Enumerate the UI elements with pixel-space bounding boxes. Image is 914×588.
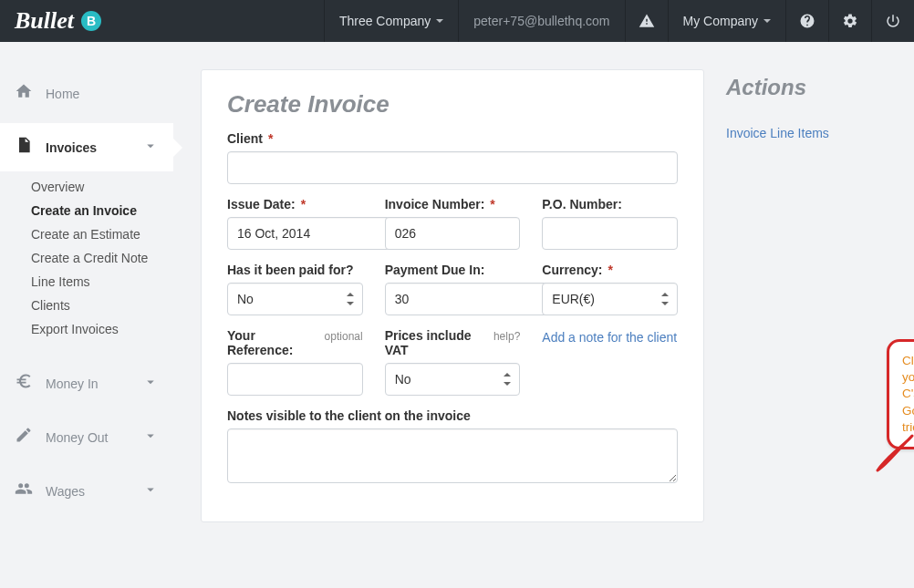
brand-badge: B [81, 11, 101, 31]
prices-include-vat-select[interactable]: No [385, 363, 521, 396]
required-marker: * [608, 263, 612, 277]
invoice-number-input[interactable] [385, 217, 521, 250]
chevron-down-icon [142, 374, 159, 393]
power-button[interactable] [871, 0, 914, 42]
help-button[interactable] [785, 0, 828, 42]
chevron-down-icon [142, 481, 159, 500]
sidebar-item-invoices[interactable]: Invoices [0, 123, 173, 171]
sidebar: Home Invoices Overview Create an Invoice… [0, 42, 173, 588]
invoice-number-label: Invoice Number: * [385, 197, 521, 211]
page-title: Create Invoice [227, 90, 678, 119]
caret-down-icon [763, 19, 771, 23]
document-icon [15, 136, 33, 159]
paid-select[interactable]: No [227, 283, 363, 315]
brand-logo-text: Bullet [15, 7, 74, 35]
your-reference-label: Your Reference: optional [227, 328, 363, 357]
subnav-clients[interactable]: Clients [0, 294, 173, 317]
gear-icon [842, 13, 858, 29]
my-company-menu[interactable]: My Company [668, 0, 785, 42]
spacer [116, 0, 324, 42]
po-number-label: P.O. Number: [542, 197, 678, 211]
actions-column: Actions Invoice Line Items [726, 69, 881, 140]
people-icon [15, 480, 33, 502]
company-switcher-label: Three Company [339, 14, 431, 28]
subnav-overview[interactable]: Overview [0, 175, 173, 199]
caret-down-icon [436, 19, 443, 23]
notes-label: Notes visible to the client on the invoi… [227, 408, 678, 423]
power-icon [885, 13, 901, 29]
currency-label: Currency: * [542, 263, 678, 277]
currency-select[interactable]: EUR(€) [542, 283, 678, 315]
payment-due-label: Payment Due In: [385, 263, 521, 277]
notes-textarea[interactable] [227, 428, 678, 483]
sidebar-invoices-label: Invoices [46, 140, 130, 155]
subnav-create-credit-note[interactable]: Create a Credit Note [0, 246, 173, 270]
annotation-tail-icon [876, 432, 914, 472]
subnav-export-invoices[interactable]: Export Invoices [0, 317, 173, 341]
sidebar-invoices-submenu: Overview Create an Invoice Create an Est… [0, 171, 173, 354]
content: Create Invoice Client * Issue Date: * [173, 42, 914, 588]
required-marker: * [268, 131, 273, 146]
annotation-callout: Click on "Add Note.." and you can Paste … [887, 339, 914, 449]
sidebar-home-label: Home [46, 87, 159, 101]
subnav-create-invoice[interactable]: Create an Invoice [0, 199, 173, 222]
payment-due-input[interactable] [385, 283, 565, 315]
user-email-text: peter+75@bullethq.com [473, 14, 609, 28]
company-switcher[interactable]: Three Company [324, 0, 458, 42]
actions-title: Actions [726, 75, 881, 100]
optional-hint: optional [325, 330, 363, 343]
client-input[interactable] [227, 151, 678, 184]
your-reference-input[interactable] [227, 363, 363, 396]
layout: Home Invoices Overview Create an Invoice… [0, 42, 914, 588]
home-icon [15, 82, 33, 105]
subnav-create-estimate[interactable]: Create an Estimate [0, 222, 173, 246]
sidebar-item-wages[interactable]: Wages [0, 467, 173, 515]
my-company-label: My Company [683, 14, 758, 28]
alerts-button[interactable] [625, 0, 668, 42]
user-email[interactable]: peter+75@bullethq.com [458, 0, 624, 42]
help-link[interactable]: help? [493, 330, 520, 343]
sidebar-item-home[interactable]: Home [0, 69, 173, 118]
alert-icon [639, 13, 655, 29]
top-bar: Bullet B Three Company peter+75@bullethq… [0, 0, 914, 42]
euro-icon [15, 372, 33, 395]
help-icon [799, 13, 815, 29]
issue-date-label: Issue Date: * [227, 197, 363, 211]
paid-label: Has it been paid for? [227, 263, 363, 277]
invoice-line-items-link[interactable]: Invoice Line Items [726, 126, 829, 140]
issue-date-input[interactable] [227, 217, 407, 250]
sidebar-money-in-label: Money In [46, 377, 130, 391]
required-marker: * [301, 197, 306, 211]
sidebar-wages-label: Wages [46, 484, 130, 499]
create-invoice-panel: Create Invoice Client * Issue Date: * [201, 69, 704, 522]
sidebar-item-money-in[interactable]: Money In [0, 359, 173, 407]
sidebar-money-out-label: Money Out [46, 430, 130, 445]
po-number-input[interactable] [542, 217, 678, 250]
add-note-link[interactable]: Add a note for the client [542, 330, 677, 345]
settings-button[interactable] [828, 0, 871, 42]
chevron-down-icon [142, 428, 159, 447]
brand: Bullet B [0, 0, 116, 42]
prices-include-vat-label: Prices include VAT help? [385, 328, 521, 357]
edit-icon [15, 426, 33, 449]
required-marker: * [490, 197, 494, 211]
client-label: Client * [227, 131, 678, 146]
annotation-text: Click on "Add Note.." and you can Paste … [902, 354, 914, 434]
sidebar-item-money-out[interactable]: Money Out [0, 413, 173, 461]
subnav-line-items[interactable]: Line Items [0, 270, 173, 294]
chevron-down-icon [142, 138, 159, 157]
